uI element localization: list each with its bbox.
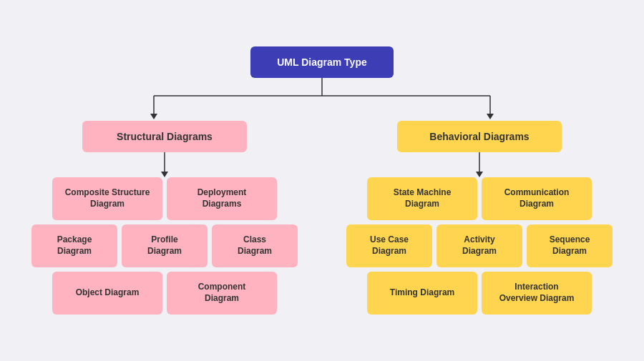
two-columns: Structural Diagrams Composite StructureD… xyxy=(14,121,630,315)
interaction-overview-diagram: InteractionOverview Diagram xyxy=(482,272,592,315)
profile-diagram: ProfileDiagram xyxy=(122,224,208,267)
structural-header-row: Structural Diagrams xyxy=(82,121,247,152)
component-diagram: ComponentDiagram xyxy=(167,272,277,315)
behavioral-header-row: Behavioral Diagrams xyxy=(397,121,562,152)
uml-root-box: UML Diagram Type xyxy=(250,46,394,78)
behavioral-row-3: Timing Diagram InteractionOverview Diagr… xyxy=(329,272,630,315)
deployment-diagrams: DeploymentDiagrams xyxy=(167,177,277,220)
behavioral-arrow xyxy=(397,152,562,177)
class-diagram: ClassDiagram xyxy=(212,224,298,267)
diagram-container: UML Diagram Type Structural Diagrams xyxy=(14,46,630,315)
sequence-diagram: SequenceDiagram xyxy=(527,224,613,267)
package-diagram: PackageDiagram xyxy=(31,224,117,267)
behavioral-row-1: State MachineDiagram CommunicationDiagra… xyxy=(329,177,630,220)
structural-row-2: PackageDiagram ProfileDiagram ClassDiagr… xyxy=(14,224,315,267)
structural-arrow xyxy=(82,152,247,177)
structural-grid: Composite StructureDiagram DeploymentDia… xyxy=(14,177,315,315)
object-diagram: Object Diagram xyxy=(52,272,162,315)
composite-structure-diagram: Composite StructureDiagram xyxy=(52,177,162,220)
use-case-diagram: Use CaseDiagram xyxy=(346,224,432,267)
top-connectors xyxy=(14,78,630,121)
behavioral-header-box: Behavioral Diagrams xyxy=(397,121,562,152)
communication-diagram: CommunicationDiagram xyxy=(482,177,592,220)
behavioral-column: Behavioral Diagrams State MachineDiagram… xyxy=(329,121,630,315)
timing-diagram: Timing Diagram xyxy=(367,272,477,315)
behavioral-grid: State MachineDiagram CommunicationDiagra… xyxy=(329,177,630,315)
svg-marker-5 xyxy=(487,114,494,119)
behavioral-row-2: Use CaseDiagram ActivityDiagram Sequence… xyxy=(329,224,630,267)
svg-marker-7 xyxy=(161,172,168,177)
svg-marker-9 xyxy=(476,172,483,177)
structural-header-box: Structural Diagrams xyxy=(82,121,247,152)
top-row: UML Diagram Type xyxy=(250,46,394,78)
state-machine-diagram: State MachineDiagram xyxy=(367,177,477,220)
structural-row-1: Composite StructureDiagram DeploymentDia… xyxy=(14,177,315,220)
svg-marker-3 xyxy=(150,114,157,119)
structural-column: Structural Diagrams Composite StructureD… xyxy=(14,121,315,315)
activity-diagram: ActivityDiagram xyxy=(436,224,522,267)
structural-row-3: Object Diagram ComponentDiagram xyxy=(14,272,315,315)
